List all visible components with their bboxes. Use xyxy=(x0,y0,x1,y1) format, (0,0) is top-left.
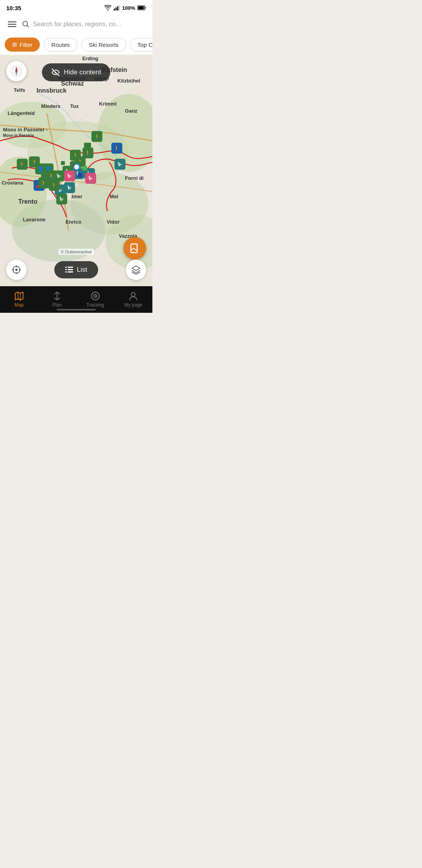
small-marker-4 xyxy=(61,161,65,165)
layers-icon xyxy=(131,265,141,274)
hide-content-label: Hide content xyxy=(64,68,101,76)
top-co-button[interactable]: Top Co… xyxy=(130,38,152,52)
pin-blue-walk[interactable]: 🚶 xyxy=(111,143,122,154)
filter-label: Filter xyxy=(20,41,32,48)
small-marker-2 xyxy=(82,166,87,170)
svg-rect-25 xyxy=(68,267,73,268)
list-button[interactable]: List xyxy=(54,261,98,278)
nav-tracking[interactable]: Tracking xyxy=(76,290,114,308)
svg-rect-27 xyxy=(68,269,73,270)
filter-button[interactable]: ⊞ Filter xyxy=(5,38,40,52)
search-bar: Search for places, regions, co… xyxy=(0,14,152,34)
svg-rect-3 xyxy=(119,5,120,11)
ski-resorts-label: Ski Resorts xyxy=(89,41,119,48)
bottom-nav: Map Plan Tracking My page xyxy=(0,286,152,313)
map-bottom-controls: List xyxy=(0,260,152,280)
svg-rect-29 xyxy=(68,271,73,273)
battery-icon xyxy=(138,5,146,10)
pin-ski-green-3[interactable]: ⛷ xyxy=(56,194,67,204)
plan-nav-icon xyxy=(52,291,62,301)
menu-button[interactable] xyxy=(6,20,18,29)
svg-rect-28 xyxy=(65,271,67,273)
list-label: List xyxy=(77,266,87,274)
small-marker-3 xyxy=(78,173,82,178)
bookmark-icon xyxy=(130,243,140,253)
svg-rect-5 xyxy=(138,6,144,9)
bottom-indicator xyxy=(57,309,96,310)
nav-map[interactable]: Map xyxy=(0,290,38,308)
svg-point-35 xyxy=(131,292,135,296)
hide-content-button[interactable]: Hide content xyxy=(42,63,110,81)
nav-tracking-label: Tracking xyxy=(86,302,104,308)
svg-rect-1 xyxy=(115,7,116,11)
pin-walk-left1[interactable]: 🚶 xyxy=(17,159,28,170)
list-icon xyxy=(65,266,73,274)
search-icon xyxy=(22,20,30,28)
pin-ski-teal-1[interactable]: ⛷ xyxy=(114,159,125,170)
battery-text: 100% xyxy=(122,5,135,11)
compass-icon xyxy=(11,65,22,77)
nav-mypage[interactable]: My page xyxy=(114,290,153,308)
svg-rect-0 xyxy=(114,9,115,11)
layers-button[interactable] xyxy=(126,260,146,280)
pin-ski-pink-2[interactable]: ⛷ xyxy=(85,173,96,184)
status-icons: 100% xyxy=(104,5,146,11)
bookmark-button[interactable] xyxy=(123,237,146,260)
tracking-nav-icon xyxy=(90,291,100,301)
small-marker-1 xyxy=(84,143,91,147)
svg-rect-26 xyxy=(65,269,67,270)
pin-walk-tr2[interactable]: 🚶 xyxy=(49,180,60,191)
mypage-nav-icon xyxy=(128,291,138,301)
pin-walk-tr[interactable]: 🚶 xyxy=(38,178,49,188)
map-container[interactable]: Erding Kufstein Wörgl Kitzbühel Schwaz I… xyxy=(0,55,152,286)
pin-walk-1[interactable]: 🚶 xyxy=(91,131,102,142)
svg-rect-2 xyxy=(117,6,118,11)
copyright-text: © Outdooractive xyxy=(58,249,94,255)
nav-mypage-label: My page xyxy=(124,302,142,308)
routes-button[interactable]: Routes xyxy=(44,38,77,52)
filter-icon: ⊞ xyxy=(12,41,17,48)
pin-ski-pink-1[interactable]: ⛷ xyxy=(64,170,75,181)
eye-slash-icon xyxy=(51,68,60,77)
status-time: 10:35 xyxy=(6,5,21,11)
fab-area xyxy=(123,237,146,260)
svg-point-16 xyxy=(16,70,17,72)
nav-plan-label: Plan xyxy=(52,302,62,308)
filter-row: ⊞ Filter Routes Ski Resorts Top Co… xyxy=(0,34,152,55)
nav-plan[interactable]: Plan xyxy=(38,290,77,308)
location-button[interactable] xyxy=(6,260,27,280)
search-placeholder: Search for places, regions, co… xyxy=(33,21,122,28)
svg-point-34 xyxy=(95,296,96,297)
map-nav-icon xyxy=(14,291,24,301)
location-icon xyxy=(12,265,21,274)
search-input-wrap[interactable]: Search for places, regions, co… xyxy=(22,20,146,28)
status-bar: 10:35 100% xyxy=(0,0,152,14)
signal-icon xyxy=(114,5,120,11)
wifi-icon xyxy=(104,5,111,11)
top-co-label: Top Co… xyxy=(138,41,152,48)
svg-point-19 xyxy=(15,269,18,271)
svg-rect-24 xyxy=(65,267,67,268)
ski-resorts-button[interactable]: Ski Resorts xyxy=(81,38,126,52)
nav-map-label: Map xyxy=(14,302,23,308)
compass-button[interactable] xyxy=(6,61,27,81)
routes-label: Routes xyxy=(51,41,70,48)
